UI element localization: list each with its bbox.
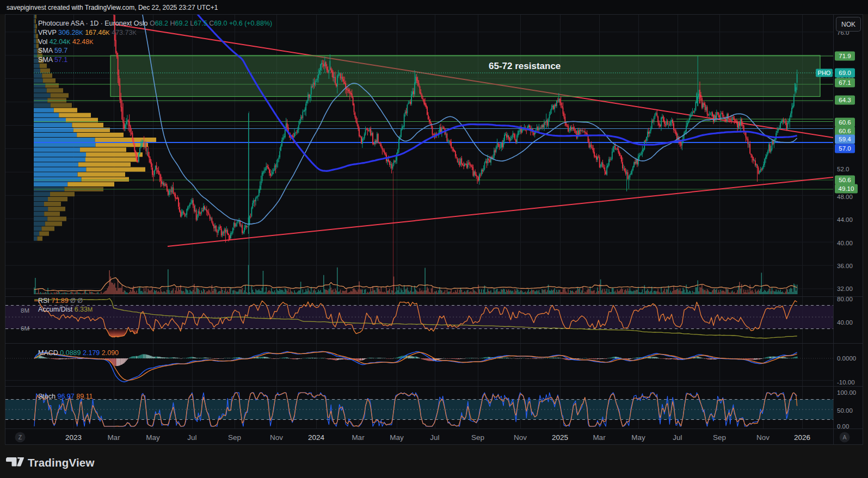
svg-text:60.6: 60.6 — [839, 128, 851, 134]
svg-text:44.00: 44.00 — [837, 216, 853, 223]
svg-text:65-72 resistance: 65-72 resistance — [489, 61, 561, 71]
svg-text:Stoch 96.97 89.11: Stoch 96.97 89.11 — [38, 393, 93, 400]
svg-text:VRVP 306.28K 167.46K 473.73K: VRVP 306.28K 167.46K 473.73K — [38, 29, 137, 36]
svg-text:May: May — [631, 433, 645, 442]
svg-text:60.6: 60.6 — [839, 119, 851, 126]
svg-text:Vol 42.04K 42.48K: Vol 42.04K 42.48K — [38, 38, 94, 46]
svg-text:Mar: Mar — [107, 433, 120, 442]
svg-text:64.3: 64.3 — [839, 97, 851, 103]
svg-text:Accum/Dist 6.33M: Accum/Dist 6.33M — [38, 306, 93, 313]
svg-text:59.4: 59.4 — [839, 136, 851, 142]
svg-text:48.00: 48.00 — [837, 194, 853, 200]
svg-text:Mar: Mar — [593, 433, 606, 442]
svg-text:0.0000: 0.0000 — [837, 355, 856, 362]
svg-text:100.00: 100.00 — [837, 389, 856, 396]
svg-text:Sep: Sep — [713, 433, 726, 442]
svg-text:May: May — [146, 433, 160, 442]
svg-text:SMA 59.7: SMA 59.7 — [38, 47, 67, 54]
svg-text:Z: Z — [19, 434, 22, 440]
svg-text:2024: 2024 — [308, 433, 325, 442]
svg-text:MACD 0.0889 2.179 2.090: MACD 0.0889 2.179 2.090 — [38, 349, 119, 357]
svg-text:2023: 2023 — [65, 433, 82, 442]
svg-text:PHO: PHO — [818, 70, 831, 76]
svg-text:32.00: 32.00 — [837, 285, 853, 292]
svg-text:Photocure ASA · 1D · Euronext: Photocure ASA · 1D · Euronext Oslo O68.2… — [38, 20, 272, 27]
svg-text:71.9: 71.9 — [839, 53, 851, 59]
svg-text:40.00: 40.00 — [837, 319, 853, 326]
svg-text:Nov: Nov — [514, 433, 527, 442]
svg-text:Jul: Jul — [430, 433, 439, 442]
svg-text:50.6: 50.6 — [839, 177, 851, 183]
svg-text:80.00: 80.00 — [837, 296, 853, 302]
svg-text:2026: 2026 — [794, 433, 810, 442]
svg-text:52.0: 52.0 — [837, 166, 849, 172]
svg-text:2025: 2025 — [552, 433, 568, 442]
svg-text:Nov: Nov — [756, 433, 769, 442]
svg-text:RSI 71.89 Ø Ø: RSI 71.89 Ø Ø — [38, 297, 83, 305]
svg-text:Sep: Sep — [471, 433, 484, 442]
svg-text:Jul: Jul — [187, 433, 196, 442]
svg-text:Jul: Jul — [673, 433, 682, 442]
svg-text:May: May — [390, 433, 404, 442]
svg-text:67.1: 67.1 — [839, 79, 851, 86]
svg-text:TradingView: TradingView — [28, 456, 95, 469]
svg-text:8M: 8M — [21, 307, 29, 314]
svg-text:6M: 6M — [21, 325, 29, 332]
svg-text:57.0: 57.0 — [839, 145, 851, 152]
svg-text:50.00: 50.00 — [837, 407, 853, 414]
svg-text:A: A — [842, 434, 846, 440]
svg-text:Nov: Nov — [270, 433, 283, 442]
svg-text:NOK: NOK — [841, 21, 855, 28]
svg-text:Sep: Sep — [228, 433, 241, 442]
svg-text:savepiginvest created with Tra: savepiginvest created with TradingView.c… — [7, 4, 218, 11]
svg-text:0.00: 0.00 — [837, 423, 849, 430]
svg-text:36.00: 36.00 — [837, 263, 853, 269]
svg-text:69.0: 69.0 — [839, 70, 851, 76]
svg-text:Mar: Mar — [352, 433, 365, 442]
svg-text:SMA 57.1: SMA 57.1 — [38, 56, 67, 64]
svg-text:40.00: 40.00 — [837, 240, 853, 246]
svg-text:49.10: 49.10 — [839, 185, 854, 192]
svg-text:-10.00: -10.00 — [837, 379, 855, 386]
